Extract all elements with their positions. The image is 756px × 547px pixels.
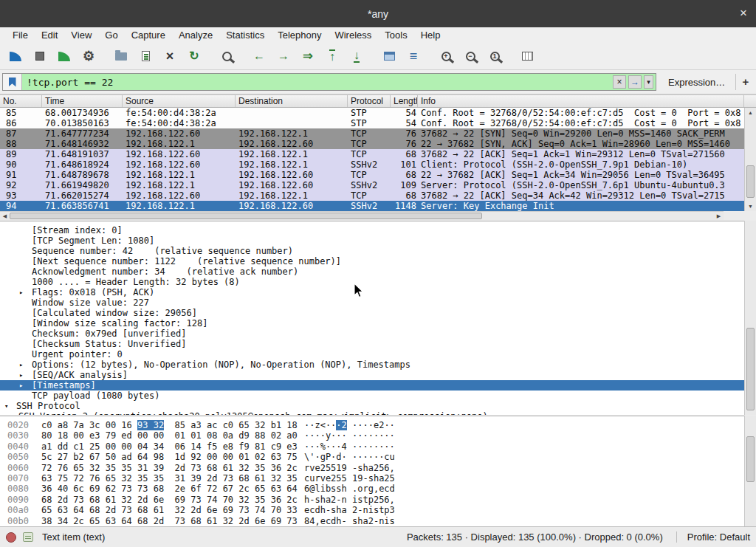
hex-row[interactable]: 00505c 27 b2 67 50 ad 64 98 1d 92 00 00 …: [7, 452, 744, 462]
capture-comment-icon[interactable]: [23, 532, 33, 542]
reload-icon[interactable]: ↻: [183, 46, 205, 66]
menu-capture[interactable]: Capture: [125, 27, 172, 43]
column-header-info[interactable]: Info: [418, 95, 744, 107]
go-last-packet-icon[interactable]: ↓: [346, 46, 368, 66]
display-filter-field[interactable]: !tcp.port == 22 × → ▾: [2, 73, 656, 91]
hex-row[interactable]: 003080 18 00 e3 79 ed 00 00 01 01 08 0a …: [7, 430, 744, 441]
filter-dropdown-icon[interactable]: ▾: [644, 75, 653, 89]
detail-line[interactable]: Checksum: 0x79ed [unverified]: [0, 328, 744, 339]
hscroll-thumb[interactable]: [10, 213, 482, 219]
status-profile[interactable]: Profile: Default: [676, 531, 750, 543]
autoscroll-icon[interactable]: [378, 46, 400, 66]
expression-button[interactable]: Expression…: [668, 77, 725, 88]
save-file-icon[interactable]: [134, 46, 157, 66]
resize-columns-icon[interactable]: [516, 46, 538, 66]
expand-icon[interactable]: ▸: [19, 380, 23, 391]
find-packet-icon[interactable]: [216, 46, 238, 66]
packet-row[interactable]: 8771.647777234192.168.122.60192.168.122.…: [0, 128, 744, 139]
detail-line[interactable]: ▸Flags: 0x018 (PSH, ACK): [0, 287, 744, 297]
column-header-protocol[interactable]: Protocol: [348, 95, 391, 107]
packet-row[interactable]: 9471.663856741192.168.122.1192.168.122.6…: [0, 201, 744, 211]
detail-line[interactable]: ▾SSH Protocol: [0, 401, 744, 411]
hex-row[interactable]: 006072 76 65 32 35 35 31 39 2d 73 68 61 …: [7, 463, 744, 473]
details-scroll-thumb[interactable]: [746, 328, 755, 410]
scroll-up-icon[interactable]: ▲: [745, 108, 756, 117]
packet-row[interactable]: 8568.001734936fe:54:00:d4:38:2aSTP54Conf…: [0, 108, 744, 118]
packet-row[interactable]: 9071.648618924192.168.122.60192.168.122.…: [0, 159, 744, 170]
open-file-icon[interactable]: [110, 46, 132, 66]
menu-edit[interactable]: Edit: [35, 27, 64, 43]
colorize-icon[interactable]: ≡: [402, 46, 425, 66]
detail-line[interactable]: [Checksum Status: Unverified]: [0, 339, 744, 349]
hex-row[interactable]: 00a065 63 64 68 2d 73 68 61 32 2d 6e 69 …: [7, 505, 744, 515]
packet-list-scrollbar[interactable]: ▲ ▼: [744, 108, 756, 211]
detail-line[interactable]: Acknowledgment number: 34 (relative ack …: [0, 266, 744, 277]
scroll-right-icon[interactable]: ▶: [714, 212, 724, 220]
add-filter-button[interactable]: +: [739, 75, 752, 88]
filter-apply-icon[interactable]: →: [628, 75, 642, 89]
menu-go[interactable]: Go: [98, 27, 124, 43]
column-header-source[interactable]: Source: [123, 95, 236, 107]
hex-scroll-thumb[interactable]: [746, 436, 755, 482]
menu-tools[interactable]: Tools: [378, 27, 413, 43]
hex-scrollbar[interactable]: [744, 416, 756, 526]
detail-line[interactable]: 1000 .... = Header Length: 32 bytes (8): [0, 277, 744, 287]
detail-line[interactable]: Sequence number: 42 (relative sequence n…: [0, 246, 744, 256]
column-header-time[interactable]: Time: [42, 95, 123, 107]
column-header-length[interactable]: Length: [391, 95, 418, 107]
collapse-icon[interactable]: ▾: [4, 401, 8, 411]
capture-options-icon[interactable]: ⚙: [78, 46, 100, 66]
scroll-down-icon[interactable]: ▼: [745, 202, 756, 211]
packet-list-scroll-thumb[interactable]: [746, 165, 755, 198]
go-first-packet-icon[interactable]: ↑: [321, 46, 343, 66]
close-window-icon[interactable]: ×: [740, 7, 747, 19]
expand-icon[interactable]: ▸: [19, 359, 23, 370]
packet-row[interactable]: 8670.013850163fe:54:00:d4:38:2aSTP54Conf…: [0, 118, 744, 128]
filter-bookmark-icon[interactable]: [3, 74, 22, 90]
close-file-icon[interactable]: ×: [159, 46, 181, 66]
column-header-dest[interactable]: Destination: [236, 95, 348, 107]
detail-line[interactable]: SSH Version 2 (encryption:chacha20-poly1…: [0, 411, 744, 415]
hex-row[interactable]: 009068 2d 73 68 61 32 2d 6e 69 73 74 70 …: [7, 495, 744, 505]
detail-line[interactable]: [Window size scaling factor: 128]: [0, 318, 744, 328]
menu-help[interactable]: Help: [414, 27, 447, 43]
go-back-icon[interactable]: ←: [248, 46, 270, 66]
detail-line[interactable]: [Stream index: 0]: [0, 225, 744, 235]
restart-capture-icon[interactable]: [53, 46, 75, 66]
packet-row[interactable]: 8871.648146932192.168.122.1192.168.122.6…: [0, 139, 744, 149]
menu-wireless[interactable]: Wireless: [328, 27, 378, 43]
packet-row[interactable]: 9371.662015274192.168.122.60192.168.122.…: [0, 190, 744, 201]
zoom-original-icon[interactable]: 1: [484, 46, 506, 66]
menu-analyze[interactable]: Analyze: [172, 27, 219, 43]
detail-line[interactable]: [Calculated window size: 29056]: [0, 308, 744, 318]
details-scrollbar[interactable]: [744, 221, 756, 415]
detail-line[interactable]: [Next sequence number: 1122 (relative se…: [0, 256, 744, 266]
packet-list-hscrollbar[interactable]: ◀ ▶: [0, 211, 724, 220]
detail-line[interactable]: Window size value: 227: [0, 297, 744, 308]
menu-telephony[interactable]: Telephony: [271, 27, 328, 43]
packet-row[interactable]: 9271.661949820192.168.122.1192.168.122.6…: [0, 180, 744, 190]
detail-line[interactable]: ▸[Timestamps]: [0, 380, 744, 391]
column-header-no[interactable]: No.: [0, 95, 42, 107]
hex-row[interactable]: 00b038 34 2c 65 63 64 68 2d 73 68 61 32 …: [7, 516, 744, 526]
menu-statistics[interactable]: Statistics: [219, 27, 271, 43]
expert-info-icon[interactable]: [6, 532, 16, 543]
hex-row[interactable]: 008036 40 6c 69 62 73 73 68 2e 6f 72 67 …: [7, 484, 744, 494]
go-forward-icon[interactable]: →: [272, 46, 295, 66]
packet-row[interactable]: 9171.648789678192.168.122.1192.168.122.6…: [0, 170, 744, 180]
stop-capture-icon[interactable]: [29, 46, 51, 66]
expand-icon[interactable]: ▸: [19, 370, 23, 380]
hex-row[interactable]: 007063 75 72 76 65 32 35 35 31 39 2d 73 …: [7, 473, 744, 484]
detail-line[interactable]: Urgent pointer: 0: [0, 349, 744, 359]
filter-clear-icon[interactable]: ×: [613, 75, 626, 89]
menu-file[interactable]: File: [6, 27, 35, 43]
start-capture-icon[interactable]: [4, 46, 27, 66]
detail-line[interactable]: ▸Options: (12 bytes), No-Operation (NOP)…: [0, 359, 744, 370]
menu-view[interactable]: View: [64, 27, 98, 43]
detail-line[interactable]: TCP payload (1080 bytes): [0, 391, 744, 401]
packet-row[interactable]: 8971.648191037192.168.122.60192.168.122.…: [0, 149, 744, 159]
detail-line[interactable]: [TCP Segment Len: 1080]: [0, 235, 744, 246]
zoom-in-icon[interactable]: +: [435, 46, 457, 66]
hex-row[interactable]: 0040a1 dd c1 25 00 00 04 34 06 14 f5 e8 …: [7, 441, 744, 452]
zoom-out-icon[interactable]: −: [459, 46, 481, 66]
